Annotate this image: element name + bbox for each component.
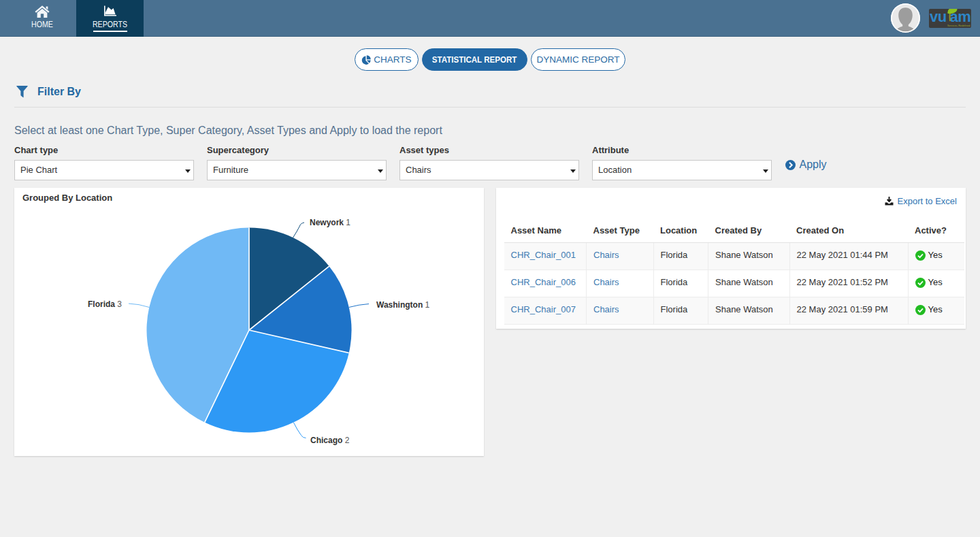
- svg-text:Florida 3: Florida 3: [88, 299, 122, 309]
- svg-text:Washington 1: Washington 1: [376, 300, 430, 310]
- svg-text:Chicago 2: Chicago 2: [310, 436, 350, 445]
- svg-text:Newyork 1: Newyork 1: [310, 218, 350, 227]
